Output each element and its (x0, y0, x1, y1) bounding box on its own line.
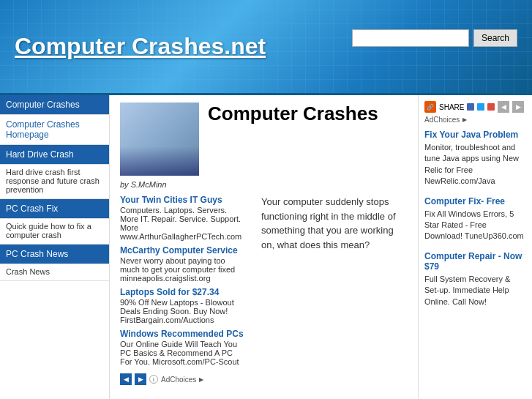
sidebar-link-hard-drive-crash[interactable]: Hard Drive Crash (6, 149, 103, 160)
ad-item-1: Your Twin Cities IT Guys Computers. Lapt… (120, 195, 247, 241)
right-prev-arrow[interactable]: ◀ (498, 101, 509, 113)
search-input[interactable] (352, 29, 469, 47)
ad-item-2: McCarthy Computer Service Never worry ab… (120, 245, 247, 283)
ad-link-3[interactable]: Laptops Sold for $27.34 (120, 287, 247, 297)
sidebar-item-pc-crash-fix[interactable]: PC Crash Fix (0, 199, 109, 219)
share-dot-2 (477, 103, 484, 111)
ad-link-4[interactable]: Windows Recommended PCs (120, 329, 247, 339)
layout: Computer Crashes Computer Crashes Homepa… (0, 95, 532, 399)
right-ad-2: Computer Fix- Free Fix All Windows Error… (424, 196, 526, 242)
ad-item-3: Laptops Sold for $27.34 90% Off New Lapt… (120, 287, 247, 324)
next-arrow[interactable]: ▶ (135, 373, 146, 385)
right-ad-link-2[interactable]: Computer Fix- Free (424, 196, 526, 206)
sidebar-text-crash-news: Crash News (0, 264, 109, 281)
share-dot-1 (467, 103, 474, 111)
ad-text-2: Never worry about paying too much to get… (120, 256, 247, 283)
sidebar-item-pc-crash-news[interactable]: PC Crash News (0, 245, 109, 264)
sidebar-text-pc-crash-fix-desc: Quick guide how to fix a computer crash (0, 219, 109, 245)
prev-arrow[interactable]: ◀ (120, 373, 132, 385)
search-area: Search (352, 29, 517, 47)
hero-image (120, 102, 199, 176)
right-ad-text-3: Full System Recovery & Set-up. Immediate… (424, 274, 526, 307)
right-column: 🔗 SHARE ◀ ▶ AdChoices ▶ Fix Your Java Pr… (419, 95, 532, 399)
search-button[interactable]: Search (473, 29, 517, 47)
sidebar-item-computer-crashes-homepage: Computer Crashes Homepage (0, 115, 109, 145)
right-adchoices-triangle: ▶ (462, 116, 467, 123)
byline: by S.McMinn (120, 180, 408, 189)
share-icon: 🔗 (424, 101, 436, 113)
sidebar-text-hard-drive-crash-desc: Hard drive crash first response and futu… (0, 165, 109, 199)
right-ad-1: Fix Your Java Problem Monitor, troublesh… (424, 130, 526, 187)
sidebar-item-hard-drive-crash[interactable]: Hard Drive Crash (0, 145, 109, 165)
ads-list: Your Twin Cities IT Guys Computers. Lapt… (120, 195, 247, 385)
right-ad-link-1[interactable]: Fix Your Java Problem (424, 130, 526, 140)
adchoices-icon: i (149, 375, 158, 384)
ad-text-4: Our Online Guide Will Teach You PC Basic… (120, 340, 247, 366)
sidebar: Computer Crashes Computer Crashes Homepa… (0, 95, 110, 399)
main-body: Your Twin Cities IT Guys Computers. Lapt… (120, 195, 408, 385)
adchoices-label: AdChoices (161, 376, 196, 384)
ad-link-1[interactable]: Your Twin Cities IT Guys (120, 195, 247, 205)
sidebar-link-pc-crash-news[interactable]: PC Crash News (6, 249, 103, 259)
header: Computer Crashes.net Search (0, 0, 532, 95)
share-dot-3 (487, 103, 495, 111)
right-next-arrow[interactable]: ▶ (512, 101, 524, 113)
right-adchoices-label: AdChoices (424, 116, 460, 124)
ad-text-1: Computers. Laptops. Servers. More IT. Re… (120, 206, 247, 241)
ad-link-2[interactable]: McCarthy Computer Service (120, 245, 247, 256)
right-ad-3: Computer Repair - Now $79 Full System Re… (424, 251, 526, 307)
sidebar-link-computer-crashes-homepage[interactable]: Computer Crashes Homepage (6, 119, 103, 140)
adchoices-i-icon: i (149, 375, 158, 384)
content-section: Computer Crashes (120, 102, 408, 180)
adchoices-triangle: ▶ (199, 376, 203, 383)
sidebar-item-computer-crashes[interactable]: Computer Crashes (0, 95, 109, 115)
ad-text-3: 90% Off New Laptops - Blowout Deals Endi… (120, 298, 247, 324)
main-content: Computer Crashes by S.McMinn Your Twin C… (110, 95, 419, 399)
share-label: SHARE (439, 103, 464, 111)
main-body-text: Your computer suddenly stops functioning… (261, 195, 408, 385)
ads-bottom: ◀ ▶ i AdChoices ▶ (120, 373, 247, 385)
share-bar: 🔗 SHARE ◀ ▶ (424, 101, 526, 113)
right-adchoices: AdChoices ▶ (424, 116, 526, 124)
right-ad-link-3[interactable]: Computer Repair - Now $79 (424, 251, 526, 272)
right-ad-text-1: Monitor, troubleshoot and tune Java apps… (424, 142, 526, 187)
right-ad-text-2: Fix All Windows Errors, 5 Star Rated - F… (424, 209, 526, 242)
sidebar-link-computer-crashes[interactable]: Computer Crashes (6, 100, 103, 110)
ad-item-4: Windows Recommended PCs Our Online Guide… (120, 329, 247, 366)
sidebar-link-pc-crash-fix[interactable]: PC Crash Fix (6, 204, 103, 214)
